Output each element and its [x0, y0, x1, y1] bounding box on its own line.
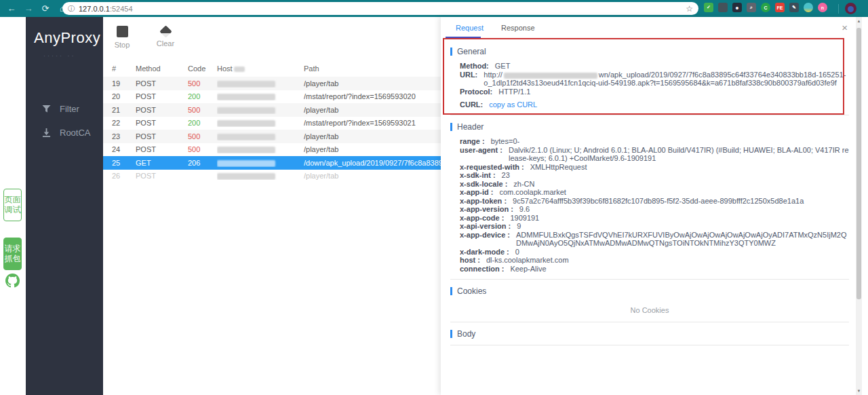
- close-icon[interactable]: ×: [842, 22, 848, 33]
- back-icon[interactable]: ←: [6, 3, 17, 14]
- request-capture-tab[interactable]: 请求抓包: [3, 238, 22, 270]
- pen-extension-icon[interactable]: ✎: [789, 3, 799, 12]
- leaf-extension-icon[interactable]: C: [761, 3, 770, 12]
- teal-extension-icon[interactable]: [804, 3, 813, 12]
- url-text: 127.0.0.1: [79, 5, 110, 13]
- github-icon[interactable]: [5, 274, 20, 290]
- cell-method: POST: [136, 145, 188, 153]
- cell-status-code: 200: [188, 119, 217, 127]
- table-row-20[interactable]: 20POST200/mstat/report/?index=1569593020: [103, 90, 441, 104]
- sidebar-item-filter[interactable]: Filter: [42, 104, 103, 114]
- detail-tabs: Request Response: [441, 17, 868, 38]
- n-extension-icon[interactable]: n: [818, 3, 827, 12]
- cell-method: POST: [136, 119, 188, 127]
- copy-as-curl-link[interactable]: copy as CURL: [489, 100, 849, 109]
- cell-method: POST: [136, 106, 188, 114]
- header-field-x-sdk-locale: x-sdk-locale :zh-CN: [460, 180, 849, 189]
- section-accent-bar: [450, 123, 452, 131]
- scroll-down-icon[interactable]: ▼: [856, 389, 862, 393]
- scroll-up-icon[interactable]: ▲: [856, 19, 862, 23]
- cell-path: /mstat/report/?index=1569593020: [304, 92, 441, 100]
- ghost-extension-icon[interactable]: [718, 3, 728, 12]
- redacted-host-blur: [504, 73, 597, 79]
- toolbar-divider: [838, 4, 839, 14]
- sidebar-item-rootca[interactable]: RootCA: [42, 128, 103, 138]
- tab-response[interactable]: Response: [501, 24, 535, 32]
- header-field-x-dark-mode: x-dark-mode :0: [460, 248, 849, 257]
- bookmark-star-icon[interactable]: ☆: [686, 4, 693, 14]
- url-port-text: :52454: [110, 5, 133, 13]
- scrollbar-thumb[interactable]: [856, 28, 861, 299]
- anyproxy-window: ← → ⟳ ⌂ ⓘ 127.0.0.1 :52454 ☆ ✓☻⌕CFE✎n ⋮ …: [0, 0, 868, 395]
- section-header: Header range :bytes=0-user-agent :Dalvik…: [450, 122, 849, 280]
- tab-request[interactable]: Request: [456, 24, 484, 32]
- table-row-26[interactable]: 26POST/player/tab: [103, 170, 441, 183]
- extensions-row: ✓☻⌕CFE✎n: [704, 3, 827, 12]
- table-row-24[interactable]: 24POST500/player/tab: [103, 143, 441, 157]
- requests-table: # Method Code Host Path 19POST500/player…: [103, 60, 441, 183]
- table-header-row: # Method Code Host Path: [103, 60, 441, 77]
- cell-status-code: 200: [188, 92, 217, 100]
- section-accent-bar: [450, 287, 452, 295]
- cell-method: GET: [136, 159, 188, 167]
- section-body: Body: [450, 329, 849, 345]
- header-field-name: x-sdk-int :: [460, 171, 496, 180]
- cell-index: 25: [112, 159, 136, 167]
- redacted-host-blur: [217, 160, 275, 167]
- table-row-25[interactable]: 25GET206/down/apk_upload/2019/0927/7f6c8…: [103, 156, 441, 170]
- section-divider: [450, 115, 849, 115]
- header-field-name: x-app-version :: [460, 205, 513, 214]
- header-field-name: x-api-version :: [460, 222, 511, 231]
- header-field-user-agent: user-agent :Dalvik/2.1.0 (Linux; U; Andr…: [460, 146, 849, 163]
- field-curl: CURL: copy as CURL: [460, 100, 849, 109]
- cell-host: [217, 132, 304, 140]
- cell-host: [217, 79, 304, 88]
- table-row-22[interactable]: 22POST200/mstat/report/?index=1569593021: [103, 117, 441, 130]
- table-row-23[interactable]: 23POST500/player/tab: [103, 130, 441, 143]
- cell-path: /player/tab: [304, 132, 441, 140]
- header-field-value: ADMMFULBxkQgsTSFdVQVhEI7kURXFUVIByOwAjOw…: [516, 231, 849, 248]
- redacted-host-blur: [217, 107, 275, 114]
- fe-extension-icon[interactable]: FE: [775, 3, 785, 12]
- cell-index: 22: [112, 119, 136, 127]
- cell-index: 24: [112, 145, 136, 153]
- table-row-21[interactable]: 21POST500/player/tab: [103, 103, 441, 117]
- magnifier-extension-icon[interactable]: ⌕: [747, 3, 756, 12]
- header-field-x-requested-with: x-requested-with :XMLHttpRequest: [460, 163, 849, 172]
- stop-button[interactable]: Stop: [107, 26, 137, 49]
- header-field-name: x-app-code :: [460, 214, 504, 223]
- cell-path: /down/apk_upload/2019/0927/7f6c8a83895c6…: [304, 159, 441, 167]
- header-field-range: range :bytes=0-: [460, 137, 849, 146]
- header-field-x-app-code: x-app-code :1909191: [460, 214, 849, 223]
- cell-host: [217, 119, 304, 127]
- shield-extension-icon[interactable]: ✓: [704, 3, 713, 12]
- cell-path: /player/tab: [304, 79, 441, 88]
- header-field-value: bytes=0-: [491, 137, 849, 146]
- scrollbar[interactable]: ▲ ▼: [856, 17, 862, 395]
- cell-method: POST: [136, 92, 188, 100]
- site-info-icon[interactable]: ⓘ: [68, 4, 75, 14]
- cell-index: 19: [112, 79, 136, 88]
- header-field-connection: connection :Keep-Alive: [460, 265, 849, 274]
- browser-menu-icon[interactable]: ⋮: [865, 4, 868, 14]
- page-debug-tab[interactable]: 页面调试: [3, 189, 22, 221]
- clear-button[interactable]: Clear: [151, 26, 180, 48]
- header-field-name: x-app-device :: [460, 231, 510, 248]
- no-cookies-text: No Cookies: [450, 301, 849, 316]
- cell-host: [217, 92, 304, 100]
- header-field-x-app-token: x-app-token :9c57a2c764afff5b39f39bc6f81…: [460, 197, 849, 206]
- refresh-icon[interactable]: ⟳: [40, 3, 51, 14]
- profile-avatar[interactable]: [845, 3, 856, 14]
- section-divider: [450, 345, 849, 345]
- url-value: http://wn/apk_upload/2019/0927/7f6c8a838…: [484, 71, 849, 87]
- address-bar[interactable]: ⓘ 127.0.0.1 :52454 ☆: [62, 2, 698, 15]
- redacted-host-blur: [217, 147, 275, 153]
- face-extension-icon[interactable]: ☻: [732, 3, 742, 12]
- clear-label: Clear: [151, 39, 180, 48]
- header-field-value: 0: [515, 248, 849, 257]
- forward-icon[interactable]: →: [23, 3, 34, 14]
- field-method: Method: GET: [460, 62, 849, 70]
- cell-index: 20: [112, 92, 136, 100]
- header-field-name: connection :: [460, 265, 504, 274]
- table-row-19[interactable]: 19POST500/player/tab: [103, 77, 441, 90]
